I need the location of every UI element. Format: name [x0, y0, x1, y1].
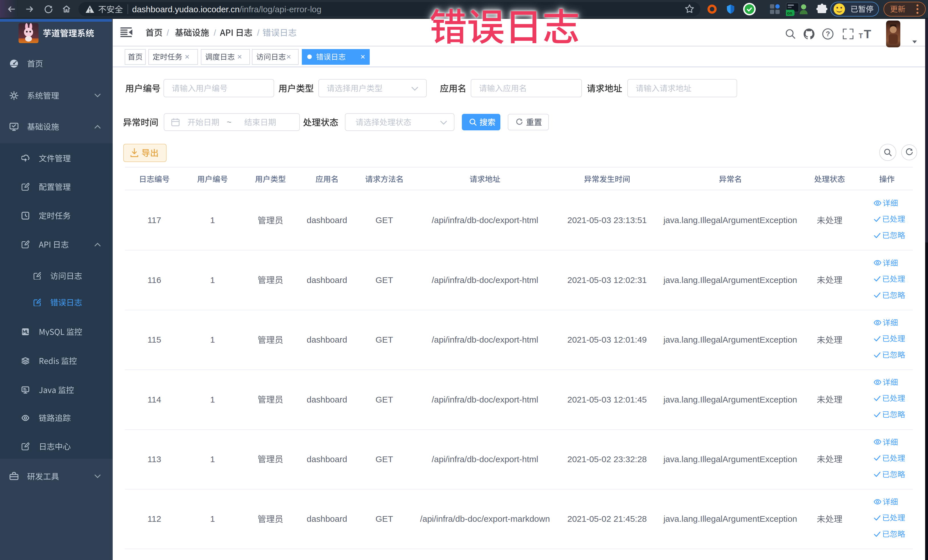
- svg-text:T: T: [859, 32, 863, 40]
- svg-text:on: on: [787, 11, 792, 15]
- svg-text:T: T: [864, 29, 871, 40]
- svg-text:?: ?: [826, 30, 830, 38]
